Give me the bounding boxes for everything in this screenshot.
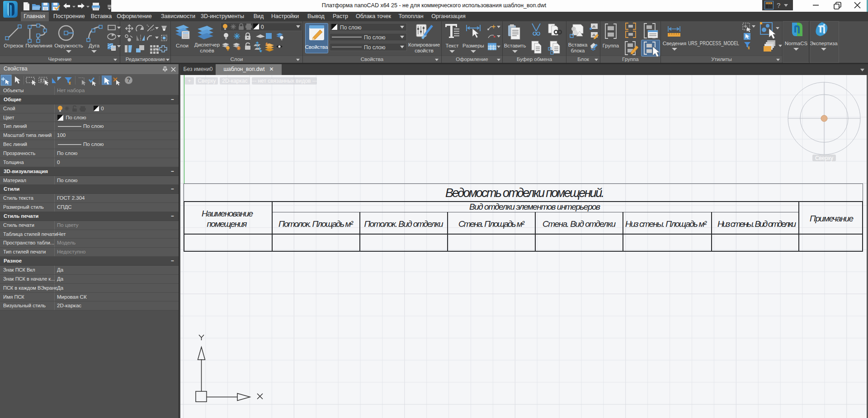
svg-text:Отрезок: Отрезок xyxy=(4,43,24,48)
svg-text:По слою: По слою xyxy=(340,24,361,31)
svg-text:Размеры: Размеры xyxy=(462,43,484,48)
svg-text:Вид отделки элементов интерьер: Вид отделки элементов интерьеров xyxy=(469,202,600,211)
svg-text:Ведомость отделки помещений.: Ведомость отделки помещений. xyxy=(445,186,604,200)
svg-text:Низ стены. Площадь м²: Низ стены. Площадь м² xyxy=(625,219,707,229)
svg-text:Сверху: Сверху xyxy=(198,78,216,84)
svg-text:Дуга: Дуга xyxy=(89,43,100,48)
svg-text:слоёв: слоёв xyxy=(200,48,214,53)
svg-text:0: 0 xyxy=(261,24,264,30)
svg-text:2D-каркас: 2D-каркас xyxy=(222,78,247,84)
svg-text:Потолок. Площадь м²: Потолок. Площадь м² xyxy=(278,219,354,229)
svg-text:Стена. Вид отделки: Стена. Вид отделки xyxy=(542,219,616,229)
svg-text:+: + xyxy=(188,78,191,84)
svg-text:свойств: свойств xyxy=(415,48,434,53)
svg-text:NormaCS: NormaCS xyxy=(785,41,808,46)
svg-text:Наименование: Наименование xyxy=(202,209,253,218)
svg-text:По слою: По слою xyxy=(364,44,385,51)
svg-text:Примечание: Примечание xyxy=(810,214,854,223)
svg-text:Стена. Площадь м²: Стена. Площадь м² xyxy=(458,219,525,229)
svg-text:блока: блока xyxy=(571,48,585,53)
svg-text:--- нет связанных видов ---: --- нет связанных видов --- xyxy=(251,78,318,84)
svg-text:Сверху: Сверху xyxy=(815,155,833,161)
svg-text:URS_PROCESS_MODEL: URS_PROCESS_MODEL xyxy=(688,40,739,47)
svg-text:?: ? xyxy=(777,1,780,9)
svg-text:Копирование: Копирование xyxy=(408,42,440,47)
svg-text:По слою: По слою xyxy=(364,34,385,41)
svg-text:Свойства: Свойства xyxy=(305,44,328,50)
svg-text:Вставка: Вставка xyxy=(568,42,588,47)
svg-text:Группа: Группа xyxy=(603,43,619,48)
svg-text:Полилиния: Полилиния xyxy=(25,43,52,48)
svg-text:Диспетчер: Диспетчер xyxy=(194,42,220,47)
svg-text:Экспертиза: Экспертиза xyxy=(810,41,838,46)
svg-text:Слои: Слои xyxy=(176,43,189,48)
svg-text:помещения: помещения xyxy=(207,219,247,229)
svg-text:Потолок. Вид отделки: Потолок. Вид отделки xyxy=(364,219,443,229)
svg-text:Вставить: Вставить xyxy=(504,43,526,48)
svg-text:Текст: Текст xyxy=(446,43,459,48)
svg-text:Сведения: Сведения xyxy=(663,41,687,46)
svg-text:Окружность: Окружность xyxy=(54,43,83,48)
svg-text:Низ стены. Вид отделки: Низ стены. Вид отделки xyxy=(717,219,796,229)
